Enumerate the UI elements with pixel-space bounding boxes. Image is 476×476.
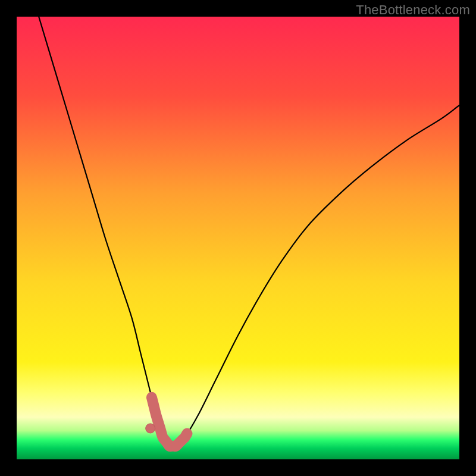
bottleneck-curve (39, 17, 459, 447)
trough-dot-icon (146, 424, 155, 433)
chart-frame: TheBottleneck.com (0, 0, 476, 476)
bottleneck-chart (17, 17, 459, 459)
trough-highlight (152, 397, 187, 446)
watermark-text: TheBottleneck.com (356, 2, 470, 18)
